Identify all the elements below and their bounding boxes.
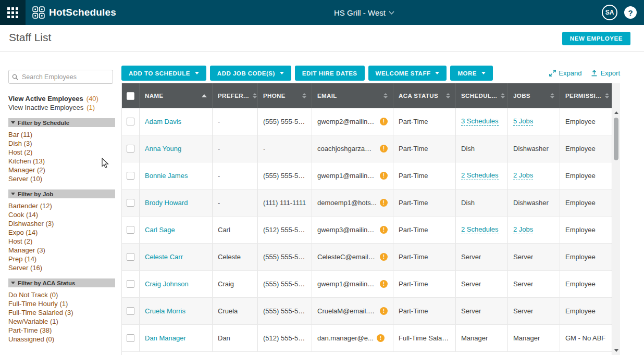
new-employee-button[interactable]: NEW EMPLOYEE	[562, 32, 630, 45]
scroll-down-arrow-icon[interactable]	[614, 349, 618, 352]
filter-item-expo[interactable]: Expo (14)	[8, 228, 115, 237]
filter-item-new-variable[interactable]: New/Variable (1)	[8, 317, 115, 326]
filter-item-part-time[interactable]: Part-Time (38)	[8, 326, 115, 335]
cell-email: gwemp1@mailina...!	[312, 271, 393, 297]
jobs-link[interactable]: 2 Jobs	[513, 171, 533, 180]
employee-name-link[interactable]: Celeste Carr	[145, 253, 183, 261]
scroll-up-arrow-icon[interactable]	[614, 111, 618, 114]
email-warning-icon[interactable]: !	[380, 118, 388, 125]
row-checkbox[interactable]	[127, 253, 134, 261]
filter-item-bartender[interactable]: Bartender (12)	[8, 201, 115, 210]
avatar[interactable]: SA	[602, 5, 617, 20]
expand-button[interactable]: Expand	[549, 69, 581, 77]
row-checkbox[interactable]	[127, 334, 134, 342]
jobs-link[interactable]: 5 Jobs	[513, 117, 533, 126]
view-link-view-active-employees[interactable]: View Active Employees(40)	[8, 94, 115, 103]
search-employees-input[interactable]	[9, 70, 113, 83]
cell-preferred: -	[213, 108, 258, 135]
row-checkbox[interactable]	[127, 199, 134, 207]
filter-item-dish[interactable]: Dish (3)	[8, 139, 115, 148]
filter-item-full-time-hourly[interactable]: Full-Time Hourly (1)	[8, 299, 115, 308]
apps-menu-button[interactable]	[0, 0, 26, 25]
cell-schedules: Server	[456, 271, 508, 297]
cell-schedules: Dish	[456, 135, 508, 162]
filter-item-full-time-salaried[interactable]: Full-Time Salaried (3)	[8, 308, 115, 317]
column-header-name[interactable]: NAME	[140, 83, 213, 108]
cell-aca-status: Part-Time	[393, 298, 456, 324]
row-checkbox[interactable]	[127, 118, 134, 125]
jobs-link[interactable]: 2 Jobs	[513, 225, 533, 234]
vertical-scrollbar[interactable]	[612, 83, 620, 355]
filter-item-server[interactable]: Server (10)	[8, 174, 115, 183]
select-all-checkbox[interactable]	[127, 92, 134, 100]
export-icon	[591, 70, 598, 77]
schedules-link[interactable]: 2 Schedules	[461, 171, 499, 180]
row-checkbox[interactable]	[127, 226, 134, 234]
employee-name-link[interactable]: Anna Young	[145, 145, 181, 153]
column-header-permissi[interactable]: PERMISSI...	[560, 83, 612, 108]
filter-item-dishwasher[interactable]: Dishwasher (3)	[8, 219, 115, 228]
filter-item-prep[interactable]: Prep (14)	[8, 255, 115, 263]
column-header-email[interactable]: EMAIL	[312, 83, 393, 108]
filter-item-host[interactable]: Host (2)	[8, 237, 115, 246]
row-checkbox[interactable]	[127, 145, 134, 153]
row-checkbox[interactable]	[127, 307, 134, 315]
view-label: View Inactive Employees	[8, 103, 83, 112]
employee-name-link[interactable]: Bonnie James	[145, 172, 188, 180]
email-warning-icon[interactable]: !	[380, 280, 388, 288]
filter-item-cook[interactable]: Cook (14)	[8, 210, 115, 219]
employee-name-link[interactable]: Carl Sage	[145, 226, 175, 234]
email-warning-icon[interactable]: !	[380, 307, 388, 315]
cell-name: Bonnie James	[140, 162, 213, 189]
filter-item-host[interactable]: Host (2)	[8, 148, 115, 157]
sort-down-arrow	[605, 96, 609, 98]
filter-section-header-filter-by-schedule[interactable]: Filter by Schedule	[8, 118, 115, 127]
scrollbar-thumb[interactable]	[614, 118, 618, 160]
column-header-jobs[interactable]: JOBS	[508, 83, 560, 108]
filter-section-header-filter-by-aca-status[interactable]: Filter by ACA Status	[8, 278, 115, 287]
email-warning-icon[interactable]: !	[380, 145, 388, 153]
employee-name-link[interactable]: Cruela Morris	[145, 307, 185, 315]
table-row: Brody Howard-(111) 111-1111demoemp1@hots…	[122, 189, 612, 217]
filter-item-kitchen[interactable]: Kitchen (13)	[8, 157, 115, 166]
chevron-down-icon	[435, 72, 439, 74]
filter-item-manager[interactable]: Manager (2)	[8, 166, 115, 174]
schedules-link[interactable]: 2 Schedules	[461, 225, 499, 234]
schedules-link[interactable]: 3 Schedules	[461, 117, 499, 126]
filter-item-manager[interactable]: Manager (3)	[8, 246, 115, 255]
filter-item-bar[interactable]: Bar (11)	[8, 130, 115, 139]
sort-down-arrow	[253, 96, 257, 98]
column-header-label: PERMISSI...	[565, 93, 601, 99]
column-header-schedul[interactable]: SCHEDUL...	[456, 83, 508, 108]
filter-item-server[interactable]: Server (16)	[8, 263, 115, 272]
employee-name-link[interactable]: Adam Davis	[145, 118, 181, 125]
toolbar-button-welcome-staff[interactable]: WELCOME STAFF	[368, 66, 447, 81]
email-warning-icon[interactable]: !	[377, 334, 385, 342]
toolbar-button-add-job-code-s[interactable]: ADD JOB CODE(S)	[210, 66, 291, 81]
row-checkbox[interactable]	[127, 172, 134, 180]
filter-item-do-not-track[interactable]: Do Not Track (0)	[8, 290, 115, 299]
schedules-text: Dish	[461, 145, 475, 153]
column-header-prefer[interactable]: PREFER...	[213, 83, 258, 108]
email-warning-icon[interactable]: !	[380, 199, 388, 207]
employee-name-link[interactable]: Dan Manager	[145, 334, 186, 342]
toolbar-button-edit-hire-dates[interactable]: EDIT HIRE DATES	[295, 66, 365, 81]
email-warning-icon[interactable]: !	[380, 226, 388, 234]
filter-section-header-filter-by-job[interactable]: Filter by Job	[8, 189, 115, 198]
page-header: Staff List NEW EMPLOYEE	[0, 25, 644, 52]
email-warning-icon[interactable]: !	[380, 172, 388, 180]
view-link-view-inactive-employees[interactable]: View Inactive Employees(1)	[8, 103, 115, 112]
employee-name-link[interactable]: Craig Johnson	[145, 280, 189, 288]
row-checkbox[interactable]	[127, 280, 134, 288]
chevron-down-icon	[389, 9, 394, 14]
export-button[interactable]: Export	[591, 69, 620, 77]
help-button[interactable]: ?	[624, 6, 637, 19]
column-header-aca-status[interactable]: ACA STATUS	[393, 83, 456, 108]
toolbar-button-add-to-schedule[interactable]: ADD TO SCHEDULE	[121, 66, 206, 81]
filter-item-unassigned[interactable]: Unassigned (0)	[8, 335, 115, 344]
store-selector[interactable]: HS Grill - West	[334, 0, 393, 25]
email-warning-icon[interactable]: !	[380, 253, 388, 261]
column-header-phone[interactable]: PHONE	[258, 83, 312, 108]
employee-name-link[interactable]: Brody Howard	[145, 199, 188, 207]
toolbar-button-more[interactable]: MORE	[450, 66, 493, 81]
